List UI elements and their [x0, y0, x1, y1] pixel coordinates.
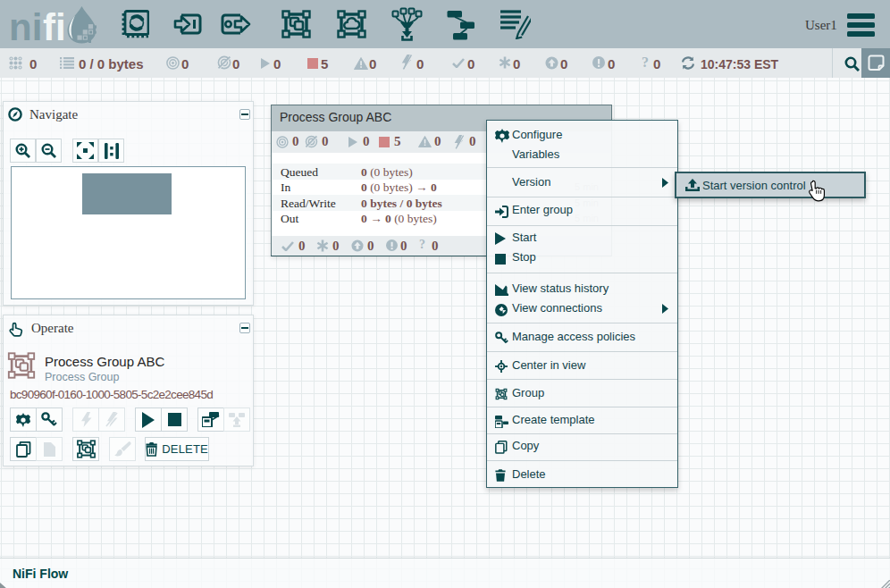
- svg-text:ni: ni: [11, 6, 42, 44]
- svg-text:fi: fi: [43, 6, 66, 44]
